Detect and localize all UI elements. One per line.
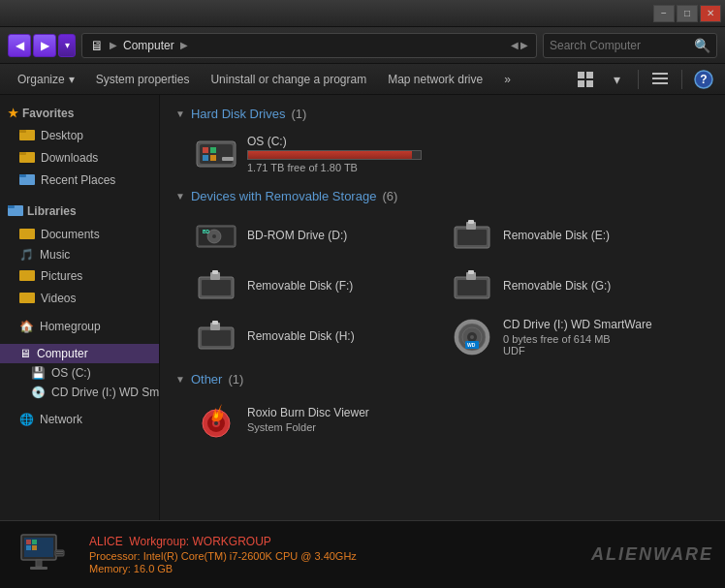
sidebar-item-computer[interactable]: 🖥 Computer <box>0 344 159 363</box>
toolbar-separator2 <box>681 70 682 89</box>
drive-os-c[interactable]: OS (C:) 1.71 TB free of 1.80 TB <box>187 131 439 177</box>
svg-rect-61 <box>26 540 31 544</box>
minimize-button[interactable]: − <box>653 5 675 22</box>
star-icon: ★ <box>8 107 18 120</box>
os-c-drive-info: OS (C:) 1.71 TB free of 1.80 TB <box>247 135 433 173</box>
svg-text:BD: BD <box>203 229 210 234</box>
other-chevron: ▼ <box>175 374 185 385</box>
toolbar: Organize ▾ System properties Uninstall o… <box>0 64 725 95</box>
drive-removable-g[interactable]: Removable Disk (G:) <box>443 263 695 310</box>
search-box[interactable]: 🔍 <box>543 33 717 58</box>
organize-button[interactable]: Organize ▾ <box>8 68 84 91</box>
svg-rect-43 <box>468 270 474 274</box>
close-button[interactable]: ✕ <box>700 5 721 22</box>
sidebar-divider2 <box>0 309 159 317</box>
drive-bd-d[interactable]: BD BD-ROM Drive (D:) <box>187 213 439 260</box>
removable-f-name: Removable Disk (F:) <box>247 279 433 293</box>
cd-icon: 💿 <box>31 386 46 399</box>
other-section-title: Other <box>191 372 223 387</box>
addr-right-arrow[interactable]: ▶ <box>520 40 528 50</box>
statusbar-processor-value: Intel(R) Core(TM) i7-2600K CPU @ 3.40GHz <box>143 550 357 562</box>
search-icon[interactable]: 🔍 <box>694 38 710 53</box>
addressbar: ◀ ▶ ▾ 🖥 ▶ Computer ▶ ◀ ▶ 🔍 <box>0 27 725 64</box>
svg-point-58 <box>214 421 218 425</box>
path-separator: ▶ <box>110 40 117 50</box>
sidebar-item-network[interactable]: 🌐 Network <box>0 410 159 429</box>
sidebar-item-pictures[interactable]: Pictures <box>0 264 159 287</box>
other-section-header[interactable]: ▼ Other (1) <box>175 372 709 387</box>
drive-removable-f[interactable]: Removable Disk (F:) <box>187 263 439 310</box>
sidebar-item-music[interactable]: 🎵 Music <box>0 245 159 264</box>
statusbar-workgroup-value: WORKGROUP <box>193 535 271 548</box>
hard-disk-section-count: (1) <box>291 107 306 121</box>
sidebar-favorites-header[interactable]: ★ Favorites <box>0 103 159 124</box>
sidebar-item-downloads[interactable]: Downloads <box>0 146 159 169</box>
sidebar-item-cd-drive[interactable]: 💿 CD Drive (I:) WD Sm... <box>0 383 159 402</box>
nav-buttons: ◀ ▶ ▾ <box>8 34 76 57</box>
libraries-icon <box>8 202 23 219</box>
svg-text:WD: WD <box>467 342 476 348</box>
maximize-button[interactable]: □ <box>677 5 698 22</box>
sidebar-item-recent-places[interactable]: Recent Places <box>0 169 159 191</box>
pictures-label: Pictures <box>41 269 82 283</box>
statusbar-info: ALICE Workgroup: WORKGROUP Processor: In… <box>89 535 576 574</box>
hard-disk-drives-grid: OS (C:) 1.71 TB free of 1.80 TB <box>175 131 709 177</box>
svg-rect-62 <box>32 540 37 544</box>
svg-rect-24 <box>203 155 208 161</box>
drive-removable-h[interactable]: Removable Disk (H:) <box>187 314 439 360</box>
view-dropdown-button[interactable]: ▾ <box>603 68 630 91</box>
svg-rect-69 <box>56 553 63 554</box>
homegroup-icon: 🏠 <box>19 320 34 333</box>
svg-point-30 <box>212 234 216 238</box>
sidebar-item-desktop[interactable]: Desktop <box>0 124 159 146</box>
svg-rect-12 <box>19 152 26 155</box>
statusbar-memory-value: 16.0 GB <box>134 563 173 574</box>
other-drives-grid: Roxio Burn Disc Viewer System Folder <box>175 396 709 443</box>
bd-drive-icon: BD <box>193 217 239 256</box>
svg-rect-65 <box>36 560 42 567</box>
removable-e-icon <box>449 217 495 256</box>
statusbar-memory-line: Memory: 16.0 GB <box>89 563 576 574</box>
removable-chevron: ▼ <box>175 191 185 201</box>
downloads-label: Downloads <box>41 151 98 165</box>
drive-removable-e[interactable]: Removable Disk (E:) <box>443 213 695 260</box>
svg-rect-10 <box>19 130 26 133</box>
forward-button[interactable]: ▶ <box>33 34 56 57</box>
sidebar-item-videos[interactable]: Videos <box>0 287 159 309</box>
cd-i-icon: WD <box>449 318 495 356</box>
content-area: ▼ Hard Disk Drives (1) <box>160 95 725 520</box>
help-button[interactable]: ? <box>690 68 717 91</box>
os-c-bar-container <box>247 150 422 160</box>
view-tiles-button[interactable] <box>572 68 599 91</box>
drive-cd-i[interactable]: WD CD Drive (I:) WD SmartWare 0 bytes fr… <box>443 314 695 360</box>
cd-i-free: 0 bytes free of 614 MB <box>503 333 689 345</box>
roxio-drive-name: Roxio Burn Disc Viewer <box>247 406 433 419</box>
svg-rect-47 <box>212 321 218 325</box>
svg-rect-17 <box>19 229 35 239</box>
hard-disk-section-header[interactable]: ▼ Hard Disk Drives (1) <box>175 107 709 121</box>
address-field[interactable]: 🖥 ▶ Computer ▶ ◀ ▶ <box>81 33 537 58</box>
drive-roxio[interactable]: Roxio Burn Disc Viewer System Folder <box>187 396 439 443</box>
view-details-button[interactable] <box>646 68 674 91</box>
search-input[interactable] <box>550 39 690 52</box>
cd-i-info: CD Drive (I:) WD SmartWare 0 bytes free … <box>503 318 689 356</box>
removable-section-header[interactable]: ▼ Devices with Removable Storage (6) <box>175 189 709 203</box>
alienware-logo: ALIENWARE <box>591 544 713 565</box>
sidebar-libraries-header[interactable]: Libraries <box>0 199 159 223</box>
addr-left-arrow[interactable]: ◀ <box>511 40 519 50</box>
bd-drive-info: BD-ROM Drive (D:) <box>247 229 433 244</box>
map-network-button[interactable]: Map network drive <box>378 68 492 91</box>
uninstall-button[interactable]: Uninstall or change a program <box>201 68 376 91</box>
statusbar-workgroup-label: Workgroup: <box>129 535 189 548</box>
svg-rect-16 <box>8 205 15 208</box>
computer-label: Computer <box>37 347 88 360</box>
more-button[interactable]: » <box>494 68 520 91</box>
nav-dropdown-button[interactable]: ▾ <box>58 34 76 57</box>
path-separator2: ▶ <box>180 40 188 50</box>
system-properties-button[interactable]: System properties <box>86 68 200 91</box>
sidebar-item-homegroup[interactable]: 🏠 Homegroup <box>0 317 159 336</box>
statusbar-processor-label: Processor: <box>89 550 141 562</box>
sidebar-item-os-c[interactable]: 💾 OS (C:) <box>0 363 159 383</box>
back-button[interactable]: ◀ <box>8 34 31 57</box>
sidebar-item-documents[interactable]: Documents <box>0 223 159 245</box>
